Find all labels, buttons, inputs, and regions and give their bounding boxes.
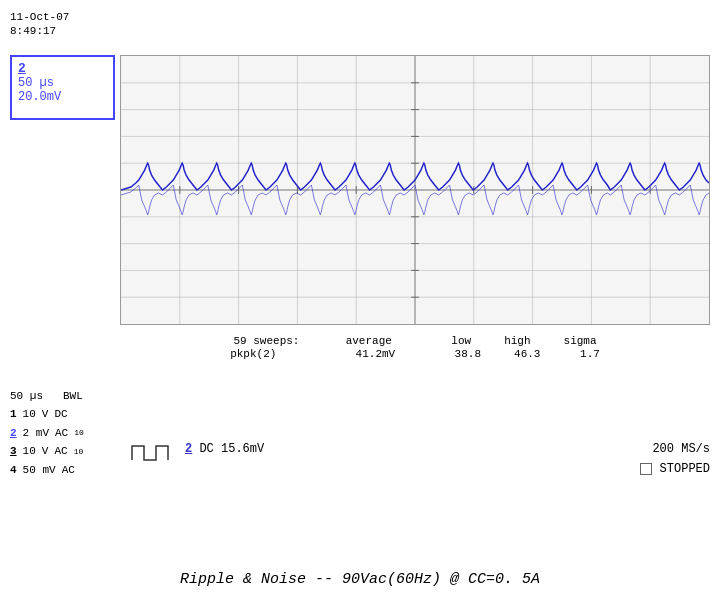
ch1-volt: 10 — [23, 406, 36, 424]
bwl-label: BWL — [63, 390, 83, 402]
pkpk-label: pkpk(2) — [230, 348, 276, 360]
page-title: Ripple & Noise -- 90Vac(60Hz) @ CC=0. 5A — [0, 571, 720, 588]
scope-grid-container: ▶ 2 ▲ — [120, 55, 710, 325]
channel-time: 50 µs — [18, 76, 107, 90]
ch3-num: 3 — [10, 443, 17, 461]
scope-grid-svg — [121, 56, 709, 324]
low-label: low — [451, 335, 471, 347]
stats-values-row: pkpk(2) 41.2mV 38.8 46.3 1.7 — [120, 348, 710, 360]
ch2-num: 2 — [10, 425, 17, 443]
ch2-dc-text: DC 15.6mV — [199, 442, 264, 456]
ch4-coupling: AC — [62, 462, 75, 480]
ch1-unit: V — [42, 406, 49, 424]
time-bwl-row: 50 µs BWL — [10, 390, 83, 402]
stopped-area: STOPPED — [640, 462, 710, 476]
time-line: 8:49:17 — [10, 24, 69, 38]
channel-info-box: 2 50 µs 20.0mV — [10, 55, 115, 120]
ch1-row: 1 10 V DC — [10, 406, 84, 424]
ch3-sub: 10 — [74, 446, 84, 459]
ch4-row: 4 50 mV AC — [10, 462, 84, 480]
sigma-label: sigma — [564, 335, 597, 347]
stopped-indicator-box — [640, 463, 652, 475]
channel-rows: 1 10 V DC 2 2 mV AC 10 3 10 V AC 10 — [10, 406, 84, 480]
bottom-area: 50 µs BWL 1 10 V DC 2 2 mV AC 10 3 10 — [10, 390, 710, 530]
pulse-shape-svg — [130, 442, 170, 464]
ch1-coupling: DC — [54, 406, 67, 424]
low-value: 38.8 — [455, 348, 481, 360]
sweeps-count: 59 sweeps: — [233, 335, 299, 347]
ch4-volt: 50 mV — [23, 462, 56, 480]
ch2-dc-info: 2 DC 15.6mV — [185, 442, 264, 456]
ch3-row: 3 10 V AC 10 — [10, 443, 84, 461]
date-line: 11-Oct-07 — [10, 10, 69, 24]
ch2-dc-num: 2 — [185, 442, 192, 456]
ch3-volt: 10 — [23, 443, 36, 461]
stopped-label: STOPPED — [660, 462, 710, 476]
ch1-num: 1 — [10, 406, 17, 424]
ch2-coupling: AC — [55, 425, 68, 443]
pulse-shape-area — [130, 442, 170, 468]
sample-rate: 200 MS/s — [652, 442, 710, 456]
main-container: 11-Oct-07 8:49:17 2 50 µs 20.0mV LeCroy … — [0, 0, 720, 600]
high-value: 46.3 — [514, 348, 540, 360]
ch2-row: 2 2 mV AC 10 — [10, 425, 84, 443]
average-value: 41.2mV — [356, 348, 396, 360]
ch2-sub: 10 — [74, 427, 84, 440]
channel-number: 2 — [18, 61, 107, 76]
average-label: average — [346, 335, 392, 347]
sigma-value: 1.7 — [580, 348, 600, 360]
ch2-volt: 2 mV — [23, 425, 49, 443]
ch4-num: 4 — [10, 462, 17, 480]
time-per-div: 50 µs — [10, 390, 43, 402]
ch3-unit: V — [42, 443, 49, 461]
scope-area: 11-Oct-07 8:49:17 2 50 µs 20.0mV LeCroy … — [10, 10, 710, 370]
channel-voltage: 20.0mV — [18, 90, 107, 104]
stats-area: 59 sweeps: average low high sigma pkpk(2… — [120, 335, 710, 360]
datetime: 11-Oct-07 8:49:17 — [10, 10, 69, 39]
ch3-coupling: AC — [54, 443, 67, 461]
stats-header-row: 59 sweeps: average low high sigma — [120, 335, 710, 347]
high-label: high — [504, 335, 530, 347]
